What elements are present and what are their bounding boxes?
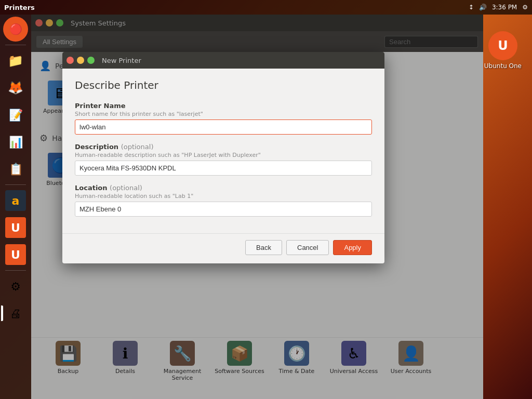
- ubuntu-one-circle: U: [488, 31, 517, 60]
- launcher-divider-2: [5, 184, 26, 185]
- back-button[interactable]: Back: [245, 240, 282, 255]
- launcher-calc[interactable]: 📊: [3, 129, 28, 154]
- printer-name-label: Printer Name: [75, 102, 372, 110]
- launcher-settings[interactable]: ⚙: [3, 274, 28, 299]
- cancel-button[interactable]: Cancel: [286, 240, 329, 255]
- new-printer-dialog: New Printer Describe Printer Printer Nam…: [62, 52, 384, 263]
- top-panel: Printers ↕ 🔊 3:36 PM ⚙: [0, 0, 532, 15]
- dialog-minimize-button[interactable]: [77, 57, 84, 64]
- dialog-titlebar: New Printer: [62, 52, 384, 69]
- launcher-divider-1: [5, 45, 26, 45]
- description-label: Description (optional): [75, 143, 372, 151]
- location-label: Location (optional): [75, 184, 372, 192]
- location-group: Location (optional) Human-readable locat…: [75, 184, 372, 217]
- printer-name-hint: Short name for this printer such as "las…: [75, 111, 372, 117]
- description-input[interactable]: [75, 161, 372, 176]
- transfer-icon: ↕: [469, 4, 474, 11]
- ubuntu-one-widget[interactable]: U Ubuntu One: [484, 31, 522, 70]
- launcher-printers[interactable]: 🖨: [3, 301, 28, 326]
- launcher-writer[interactable]: 📝: [3, 102, 28, 127]
- launcher-ubuntu-software[interactable]: U: [3, 215, 28, 240]
- description-hint: Human-readable description such as "HP L…: [75, 152, 372, 158]
- location-optional: (optional): [110, 184, 142, 192]
- location-hint: Human-readable location such as "Lab 1": [75, 193, 372, 200]
- gear-icon[interactable]: ⚙: [522, 4, 528, 11]
- ubuntu-one-letter: U: [498, 38, 508, 53]
- launcher-ubuntu-logo[interactable]: 🔴: [3, 17, 28, 42]
- desktop: Printers ↕ 🔊 3:36 PM ⚙ 🔴 📁 🦊 📝 📊 📋: [0, 0, 532, 399]
- description-group: Description (optional) Human-readable de…: [75, 143, 372, 176]
- launcher-divider-3: [5, 270, 26, 271]
- volume-icon: 🔊: [479, 4, 487, 11]
- dialog-footer: Back Cancel Apply: [62, 233, 384, 263]
- dialog-close-button[interactable]: [66, 57, 74, 64]
- dialog-maximize-button[interactable]: [87, 57, 95, 64]
- dialog-body: Describe Printer Printer Name Short name…: [62, 69, 384, 233]
- launcher-firefox[interactable]: 🦊: [3, 75, 28, 100]
- dialog-heading: Describe Printer: [75, 79, 372, 91]
- app-title: Printers: [4, 4, 35, 11]
- launcher-files[interactable]: 📁: [3, 48, 28, 73]
- launcher-impress[interactable]: 📋: [3, 156, 28, 181]
- dialog-title: New Printer: [102, 57, 141, 64]
- apply-button[interactable]: Apply: [333, 240, 372, 255]
- launcher-amazon[interactable]: a: [3, 188, 28, 213]
- location-input[interactable]: [75, 202, 372, 217]
- printer-name-input[interactable]: [75, 119, 372, 135]
- ubuntu-one-label: Ubuntu One: [484, 62, 522, 70]
- launcher-ubuntu-one[interactable]: U: [3, 242, 28, 267]
- launcher: 🔴 📁 🦊 📝 📊 📋 a U U ⚙: [0, 15, 31, 399]
- description-optional: (optional): [121, 143, 154, 151]
- clock: 3:36 PM: [492, 4, 517, 11]
- top-panel-right: ↕ 🔊 3:36 PM ⚙: [469, 4, 528, 11]
- printer-name-group: Printer Name Short name for this printer…: [75, 102, 372, 135]
